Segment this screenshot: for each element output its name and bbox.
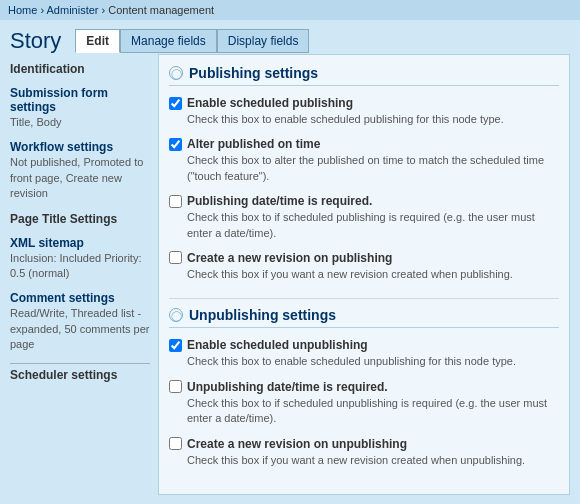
unpublishing-section-title: Unpublishing settings (189, 307, 336, 323)
breadcrumb-current: Content management (108, 4, 214, 16)
setting-label-create-revision-publishing[interactable]: Create a new revision on publishing (169, 251, 559, 265)
sidebar-heading-scheduler: Scheduler settings (10, 368, 150, 382)
sidebar-link-submission[interactable]: Submission form settings (10, 86, 150, 114)
main-layout: Identification Submission form settings … (0, 54, 580, 504)
setting-publishing-datetime-required: Publishing date/time is required. Check … (169, 194, 559, 241)
setting-label-publishing-datetime-required[interactable]: Publishing date/time is required. (169, 194, 559, 208)
label-text-enable-scheduled-publishing: Enable scheduled publishing (187, 96, 353, 110)
sidebar-section-submission: Submission form settings Title, Body (10, 86, 150, 130)
content-area: ◯ Publishing settings Enable scheduled p… (158, 54, 570, 495)
breadcrumb-administer[interactable]: Administer (47, 4, 99, 16)
setting-label-unpublishing-datetime-required[interactable]: Unpublishing date/time is required. (169, 380, 559, 394)
sidebar-section-workflow: Workflow settings Not published, Promote… (10, 140, 150, 201)
label-text-enable-scheduled-unpublishing: Enable scheduled unpublishing (187, 338, 368, 352)
breadcrumb-home[interactable]: Home (8, 4, 37, 16)
checkbox-enable-scheduled-unpublishing[interactable] (169, 339, 182, 352)
setting-label-alter-published-on-time[interactable]: Alter published on time (169, 137, 559, 151)
sidebar-heading-page-title: Page Title Settings (10, 212, 150, 226)
sidebar: Identification Submission form settings … (10, 54, 150, 495)
sidebar-divider (10, 363, 150, 364)
desc-create-revision-unpublishing: Check this box if you want a new revisio… (187, 453, 559, 468)
label-text-unpublishing-datetime-required: Unpublishing date/time is required. (187, 380, 388, 394)
checkbox-unpublishing-datetime-required[interactable] (169, 380, 182, 393)
setting-create-revision-publishing: Create a new revision on publishing Chec… (169, 251, 559, 282)
sidebar-sub-workflow: Not published, Promoted to front page, C… (10, 155, 150, 201)
tab-manage-fields[interactable]: Manage fields (120, 29, 217, 53)
tab-bar: Edit Manage fields Display fields (75, 29, 309, 53)
sidebar-sub-xml-sitemap: Inclusion: Included Priority: 0.5 (norma… (10, 251, 150, 282)
tab-edit[interactable]: Edit (75, 29, 120, 53)
setting-label-enable-scheduled-publishing[interactable]: Enable scheduled publishing (169, 96, 559, 110)
publishing-settings-section: ◯ Publishing settings Enable scheduled p… (169, 65, 559, 282)
setting-create-revision-unpublishing: Create a new revision on unpublishing Ch… (169, 437, 559, 468)
setting-enable-scheduled-unpublishing: Enable scheduled unpublishing Check this… (169, 338, 559, 369)
desc-enable-scheduled-publishing: Check this box to enable scheduled publi… (187, 112, 559, 127)
checkbox-alter-published-on-time[interactable] (169, 138, 182, 151)
checkbox-create-revision-publishing[interactable] (169, 251, 182, 264)
checkbox-publishing-datetime-required[interactable] (169, 195, 182, 208)
label-text-create-revision-unpublishing: Create a new revision on unpublishing (187, 437, 407, 451)
sidebar-section-scheduler: Scheduler settings (10, 368, 150, 382)
publishing-title-row: ◯ Publishing settings (169, 65, 559, 86)
sidebar-sub-submission: Title, Body (10, 115, 150, 130)
unpublishing-settings-section: ◯ Unpublishing settings Enable scheduled… (169, 307, 559, 468)
sidebar-section-comment: Comment settings Read/Write, Threaded li… (10, 291, 150, 352)
setting-enable-scheduled-publishing: Enable scheduled publishing Check this b… (169, 96, 559, 127)
label-text-create-revision-publishing: Create a new revision on publishing (187, 251, 392, 265)
sidebar-section-page-title: Page Title Settings (10, 212, 150, 226)
unpublishing-title-row: ◯ Unpublishing settings (169, 307, 559, 328)
page-title: Story (10, 28, 61, 54)
label-text-publishing-datetime-required: Publishing date/time is required. (187, 194, 372, 208)
desc-create-revision-publishing: Check this box if you want a new revisio… (187, 267, 559, 282)
desc-alter-published-on-time: Check this box to alter the published on… (187, 153, 559, 184)
sidebar-sub-comment: Read/Write, Threaded list - expanded, 50… (10, 306, 150, 352)
unpublishing-section-icon: ◯ (169, 308, 183, 322)
sidebar-link-xml-sitemap[interactable]: XML sitemap (10, 236, 150, 250)
sidebar-link-comment[interactable]: Comment settings (10, 291, 150, 305)
sidebar-section-identification: Identification (10, 62, 150, 76)
label-text-alter-published-on-time: Alter published on time (187, 137, 320, 151)
sidebar-section-xml-sitemap: XML sitemap Inclusion: Included Priority… (10, 236, 150, 282)
page-header: Story Edit Manage fields Display fields (0, 20, 580, 54)
separator-line (169, 298, 559, 299)
sidebar-heading-identification: Identification (10, 62, 150, 76)
desc-enable-scheduled-unpublishing: Check this box to enable scheduled unpub… (187, 354, 559, 369)
breadcrumb: Home › Administer › Content management (0, 0, 580, 20)
tab-display-fields[interactable]: Display fields (217, 29, 310, 53)
checkbox-create-revision-unpublishing[interactable] (169, 437, 182, 450)
setting-unpublishing-datetime-required: Unpublishing date/time is required. Chec… (169, 380, 559, 427)
setting-label-enable-scheduled-unpublishing[interactable]: Enable scheduled unpublishing (169, 338, 559, 352)
sidebar-link-workflow[interactable]: Workflow settings (10, 140, 150, 154)
desc-unpublishing-datetime-required: Check this box to if scheduled unpublish… (187, 396, 559, 427)
setting-alter-published-on-time: Alter published on time Check this box t… (169, 137, 559, 184)
publishing-section-title: Publishing settings (189, 65, 318, 81)
setting-label-create-revision-unpublishing[interactable]: Create a new revision on unpublishing (169, 437, 559, 451)
checkbox-enable-scheduled-publishing[interactable] (169, 97, 182, 110)
publishing-section-icon: ◯ (169, 66, 183, 80)
desc-publishing-datetime-required: Check this box to if scheduled publishin… (187, 210, 559, 241)
